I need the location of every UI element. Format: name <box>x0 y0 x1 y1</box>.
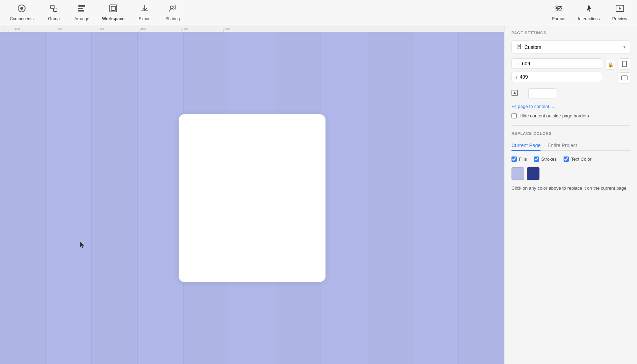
strokes-checkbox[interactable] <box>534 156 539 162</box>
tab-entire-project[interactable]: Entire Project <box>547 140 577 151</box>
fills-checkbox[interactable] <box>511 156 517 162</box>
preset-label: Custom <box>524 44 623 50</box>
tab-current-page-label: Current Page <box>511 143 541 148</box>
svg-point-16 <box>560 7 561 9</box>
fit-page-link[interactable]: Fit page to content.... <box>511 104 630 109</box>
lock-section: 🔒 <box>606 58 615 70</box>
replace-colors-title: REPLACE COLORS <box>511 131 630 136</box>
preset-dropdown[interactable]: Custom ▾ <box>511 41 630 53</box>
preview-label: Preview <box>612 16 627 21</box>
height-icon: ↕ <box>515 74 518 80</box>
interactions-label: Interactions <box>578 16 600 21</box>
svg-rect-9 <box>111 6 115 10</box>
width-input[interactable] <box>522 61 543 66</box>
sharing-icon <box>168 4 177 15</box>
section-divider <box>511 125 630 126</box>
strokes-label: Strokes <box>541 156 557 162</box>
group-icon <box>49 4 58 15</box>
toolbar-item-sharing[interactable]: Sharing <box>159 1 187 24</box>
color-type-checkboxes: Fills Strokes Text Color <box>511 156 630 162</box>
width-icon: ↔ <box>515 61 520 66</box>
text-color-label: Text Color <box>571 156 592 162</box>
toolbar-item-interactions[interactable]: Interactions <box>572 1 606 24</box>
toolbar-item-workspace[interactable]: Workspace <box>96 1 131 24</box>
tab-entire-project-label: Entire Project <box>547 143 577 148</box>
preview-icon <box>615 4 624 15</box>
color-swatch-light-blue[interactable] <box>511 167 524 180</box>
lock-button[interactable]: 🔒 <box>606 60 615 70</box>
fills-checkbox-item: Fills <box>511 156 527 162</box>
text-color-checkbox-item: Text Color <box>564 156 592 162</box>
toolbar-item-arrange[interactable]: Arrange <box>68 1 96 24</box>
bg-fill-icon <box>511 90 518 97</box>
text-color-checkbox[interactable] <box>564 156 569 162</box>
svg-text:200: 200 <box>57 27 62 31</box>
svg-text:100: 100 <box>15 27 20 31</box>
color-swatches <box>511 167 630 180</box>
page-settings-title: PAGE SETTINGS <box>511 31 630 35</box>
hide-content-label: Hide content outside page borders <box>520 113 589 118</box>
svg-point-15 <box>556 6 558 7</box>
group-label: Group <box>48 16 59 21</box>
replace-colors-tabs: Current Page Entire Project <box>511 140 630 151</box>
toolbar-item-group[interactable]: Group <box>40 1 68 24</box>
cursor <box>79 241 86 251</box>
format-label: Format <box>552 16 565 21</box>
portrait-button[interactable] <box>619 58 630 70</box>
background-color-row <box>511 88 630 99</box>
right-panel: PAGE SETTINGS Custom ▾ ↔ <box>504 25 637 364</box>
svg-rect-8 <box>110 5 117 12</box>
sharing-label: Sharing <box>165 16 180 21</box>
components-icon <box>17 4 26 15</box>
colors-description: Click on any color above to replace it o… <box>511 185 630 192</box>
preset-dropdown-row: Custom ▾ <box>511 41 630 53</box>
interactions-icon <box>584 4 593 15</box>
svg-rect-46 <box>622 61 627 67</box>
workspace-label: Workspace <box>102 16 124 21</box>
export-label: Export <box>139 16 151 21</box>
hide-content-row: Hide content outside page borders <box>511 113 630 118</box>
svg-text:400: 400 <box>141 27 146 31</box>
svg-rect-47 <box>622 76 627 80</box>
toolbar-item-export[interactable]: Export <box>131 1 159 24</box>
height-input[interactable] <box>520 74 541 80</box>
format-icon <box>554 4 563 15</box>
dropdown-page-icon <box>516 44 522 50</box>
canvas[interactable] <box>0 32 504 364</box>
tab-current-page[interactable]: Current Page <box>511 140 541 151</box>
toolbar-item-format[interactable]: Format <box>546 1 572 24</box>
toolbar-item-components[interactable]: Components <box>3 1 40 24</box>
svg-text:300: 300 <box>99 27 104 31</box>
hide-content-checkbox[interactable] <box>511 113 517 118</box>
color-swatch-dark-blue[interactable] <box>527 167 539 180</box>
toolbar-item-preview[interactable]: Preview <box>606 1 634 24</box>
svg-text:0: 0 <box>1 27 2 31</box>
svg-point-17 <box>558 9 559 11</box>
content-area: 0 100 200 300 400 500 600 <box>0 25 637 364</box>
toolbar: Components Group Arrange <box>0 0 637 25</box>
height-input-container[interactable]: ↕ <box>511 72 602 82</box>
export-icon <box>140 4 149 15</box>
toolbar-right: Format Interactions Preview <box>546 1 634 24</box>
wh-inputs: ↔ ↕ <box>511 58 602 82</box>
svg-rect-6 <box>78 8 83 9</box>
svg-rect-5 <box>78 5 85 7</box>
svg-text:500: 500 <box>182 27 188 31</box>
components-label: Components <box>10 16 34 21</box>
ruler-svg: 0 100 200 300 400 500 600 <box>0 25 504 32</box>
width-input-container[interactable]: ↔ <box>511 58 602 69</box>
ruler-horizontal: 0 100 200 300 400 500 600 <box>0 25 504 32</box>
strokes-checkbox-item: Strokes <box>534 156 557 162</box>
canvas-container: 0 100 200 300 400 500 600 <box>0 25 504 364</box>
svg-rect-7 <box>78 10 84 12</box>
bg-color-input-group[interactable] <box>511 88 556 99</box>
arrange-label: Arrange <box>74 16 90 21</box>
bg-color-swatch[interactable] <box>528 88 556 99</box>
landscape-button[interactable] <box>619 72 630 83</box>
dimensions-section: ↔ ↕ 🔒 <box>511 58 630 83</box>
dropdown-arrow-icon: ▾ <box>623 45 625 50</box>
fills-label: Fills <box>519 156 527 162</box>
toolbar-left: Components Group Arrange <box>3 1 187 24</box>
svg-point-10 <box>170 6 173 9</box>
arrange-icon <box>77 4 86 15</box>
